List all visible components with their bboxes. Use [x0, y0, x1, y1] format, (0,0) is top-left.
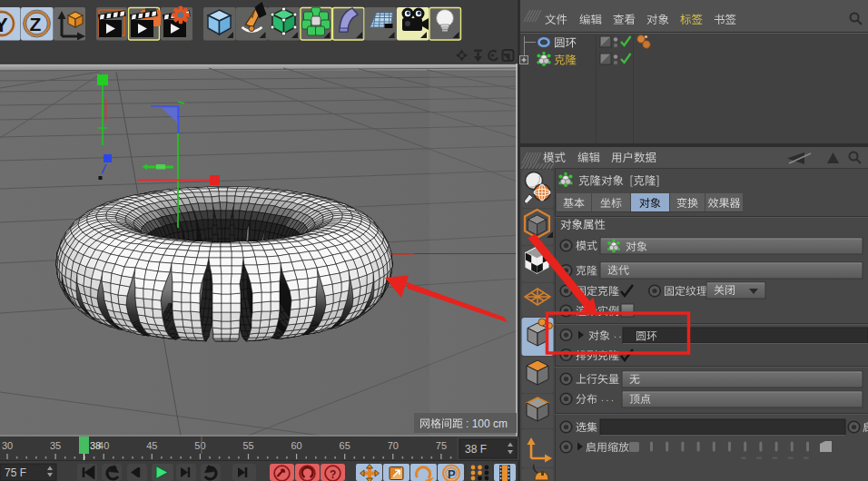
- svg-text:: 100 cm: : 100 cm: [466, 417, 508, 430]
- svg-text:P: P: [448, 467, 456, 481]
- svg-text:60: 60: [291, 440, 301, 451]
- svg-text:70: 70: [388, 440, 399, 451]
- svg-text:50: 50: [194, 440, 205, 451]
- svg-text:30: 30: [2, 440, 13, 451]
- svg-text:65: 65: [340, 440, 350, 451]
- svg-text:45: 45: [146, 440, 157, 451]
- svg-text:35: 35: [50, 440, 61, 451]
- svg-text:Z: Z: [30, 14, 42, 34]
- svg-text:55: 55: [242, 440, 253, 451]
- svg-text:38 F: 38 F: [465, 443, 487, 456]
- svg-text:75: 75: [436, 440, 447, 451]
- svg-text:75 F: 75 F: [5, 466, 26, 479]
- svg-text:. .: . .: [614, 329, 621, 339]
- svg-text:?: ?: [330, 468, 336, 481]
- svg-text:38: 38: [90, 440, 101, 451]
- svg-text:Y: Y: [0, 14, 8, 36]
- svg-text:. . .: . . .: [601, 393, 614, 403]
